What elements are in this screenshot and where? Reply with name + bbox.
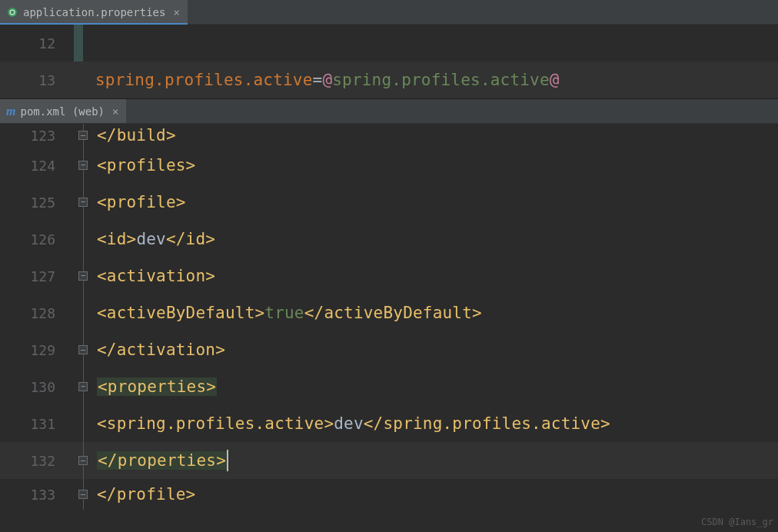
code-line-current: 132 ‒ </properties> — [0, 442, 778, 479]
line-number: 132 — [0, 442, 74, 479]
tab-bar-bottom: m pom.xml (web) × — [0, 99, 778, 124]
code-content: </profile> — [92, 479, 195, 510]
line-number: 123 — [0, 124, 74, 147]
line-number: 13 — [0, 62, 74, 98]
fold-handle-icon[interactable]: − — [78, 161, 88, 170]
maven-file-icon: m — [6, 105, 15, 118]
code-line-current: 13 spring.profiles.active=@spring.profil… — [0, 62, 778, 98]
line-number: 126 — [0, 221, 74, 258]
fold-column: ‒ — [74, 331, 92, 368]
code-line: 133 ‒ </profile> — [0, 479, 778, 510]
fold-column: ‒ — [74, 124, 92, 147]
fold-handle-end-icon[interactable]: ‒ — [78, 345, 88, 354]
code-line: 130 − <properties> — [0, 368, 778, 405]
line-number: 127 — [0, 258, 74, 294]
code-content: <activation> — [92, 258, 215, 294]
code-content: <spring.profiles.active>dev</spring.prof… — [92, 405, 610, 442]
fold-column — [74, 405, 92, 442]
editor-application-properties[interactable]: 12 13 spring.profiles.active=@spring.pro… — [0, 25, 778, 98]
close-icon[interactable]: × — [173, 6, 179, 18]
code-line: 125 − <profile> — [0, 184, 778, 221]
code-content: <properties> — [92, 368, 217, 405]
code-content: <activeByDefault>true</activeByDefault> — [92, 294, 482, 331]
text-caret — [227, 450, 228, 471]
close-icon[interactable]: × — [112, 105, 118, 118]
fold-handle-end-icon[interactable]: ‒ — [78, 131, 88, 140]
fold-handle-end-icon[interactable]: ‒ — [78, 456, 88, 465]
properties-file-icon — [6, 6, 18, 18]
fold-column: ‒ — [74, 479, 92, 510]
fold-column: − — [74, 184, 92, 221]
editor-pom-xml[interactable]: 123 ‒ </build> 124 − <profiles> 125 − <p… — [0, 124, 778, 531]
code-line: 131 <spring.profiles.active>dev</spring.… — [0, 405, 778, 442]
code-line: 126 <id>dev</id> — [0, 221, 778, 258]
tab-bar-top: application.properties × — [0, 0, 778, 25]
fold-column: − — [74, 258, 92, 294]
tab-label: application.properties — [23, 6, 165, 18]
code-content: <profile> — [92, 184, 186, 221]
fold-column: ‒ — [74, 442, 92, 479]
line-number: 128 — [0, 294, 74, 331]
line-number: 131 — [0, 405, 74, 442]
code-line: 128 <activeByDefault>true</activeByDefau… — [0, 294, 778, 331]
code-content: <profiles> — [92, 147, 195, 184]
tab-label: pom.xml (web) — [20, 105, 105, 118]
watermark-text: CSDN @Ians_gr — [701, 517, 773, 527]
code-content — [74, 25, 78, 62]
code-line: 127 − <activation> — [0, 258, 778, 294]
fold-column: − — [74, 147, 92, 184]
gutter-highlight — [74, 25, 83, 62]
line-number: 12 — [0, 25, 74, 62]
line-number: 133 — [0, 479, 74, 510]
line-number: 125 — [0, 184, 74, 221]
code-line: 123 ‒ </build> — [0, 124, 778, 147]
svg-point-0 — [8, 8, 17, 17]
fold-handle-icon[interactable]: − — [78, 271, 88, 281]
code-content: </properties> — [92, 442, 228, 479]
line-number: 124 — [0, 147, 74, 184]
fold-handle-icon[interactable]: − — [78, 198, 88, 207]
fold-column — [74, 221, 92, 258]
line-number: 130 — [0, 368, 74, 405]
fold-column — [74, 294, 92, 331]
tab-application-properties[interactable]: application.properties × — [0, 0, 188, 24]
fold-handle-end-icon[interactable]: ‒ — [78, 490, 88, 499]
code-content: spring.profiles.active=@spring.profiles.… — [74, 62, 560, 98]
code-content: </build> — [92, 124, 176, 147]
code-line: 124 − <profiles> — [0, 147, 778, 184]
code-content: <id>dev</id> — [92, 221, 215, 258]
fold-handle-icon[interactable]: − — [78, 382, 88, 391]
fold-column: − — [74, 368, 92, 405]
tab-pom-xml[interactable]: m pom.xml (web) × — [0, 99, 126, 123]
code-line: 129 ‒ </activation> — [0, 331, 778, 368]
line-number: 129 — [0, 331, 74, 368]
code-line: 12 — [0, 25, 778, 62]
code-content: </activation> — [92, 331, 225, 368]
